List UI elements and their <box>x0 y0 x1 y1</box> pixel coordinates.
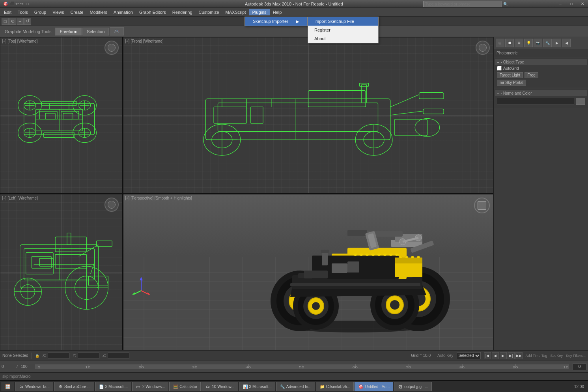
menu-edit[interactable]: Edit <box>1 9 15 15</box>
auto-key-label: Auto Key <box>437 353 454 358</box>
menu-animation[interactable]: Animation <box>110 9 136 15</box>
taskbar-calculator[interactable]: 🧮 Calculator <box>169 382 201 391</box>
x-input[interactable] <box>48 353 69 359</box>
viewport-left[interactable]: [+] [Left] [Wireframe] <box>0 194 122 350</box>
lock-icon: 🔒 <box>35 354 39 358</box>
viewport-top[interactable]: [+] [Top] [Wireframe] <box>0 37 122 193</box>
auto-key-select[interactable]: Selected <box>457 352 481 359</box>
key-filters[interactable]: Key Filters... <box>566 354 586 358</box>
modeling-tab-selection[interactable]: Selection <box>82 28 109 35</box>
search-input[interactable] <box>423 1 502 7</box>
rpanel-icon-6[interactable]: 🔧 <box>543 39 552 47</box>
taskbar-simlab[interactable]: ⚙ SimLabCore ... <box>54 382 94 391</box>
svg-point-130 <box>395 254 399 256</box>
windows-ta-icon: 🗂 <box>19 384 24 389</box>
viewport-top-nav[interactable] <box>105 41 119 55</box>
name-color-section: – - Name and Color <box>494 89 588 108</box>
menu-plugins[interactable]: Plugins <box>249 9 270 15</box>
taskbar-microsoft3b[interactable]: 📊 3 Microsoft... <box>239 382 275 391</box>
menu-graph-editors[interactable]: Graph Editors <box>136 9 169 15</box>
svg-point-149 <box>417 256 420 258</box>
name-input[interactable] <box>497 98 574 105</box>
x-label: X: <box>43 353 46 358</box>
viewport-left-nav[interactable] <box>105 198 119 212</box>
add-time-tag: Add Time Tag <box>526 354 547 358</box>
svg-text:20: 20 <box>138 366 144 369</box>
svg-point-146 <box>399 256 402 258</box>
menu-group[interactable]: Group <box>31 9 50 15</box>
menu-create[interactable]: Create <box>67 9 86 15</box>
svg-text:10: 10 <box>85 366 91 369</box>
z-input[interactable] <box>108 353 129 359</box>
toolbar-btn-4[interactable]: ↺ <box>24 18 31 25</box>
rpanel-icon-4[interactable]: 💡 <box>524 39 533 47</box>
toolbar-btn-3[interactable]: ↔ <box>17 18 24 25</box>
menu-rendering[interactable]: Rendering <box>169 9 196 15</box>
about-item[interactable]: About <box>308 34 378 43</box>
quick-access: ⬛ ↩ ↪ □□ <box>9 2 28 6</box>
rpanel-icon-5[interactable]: 📷 <box>534 39 542 47</box>
rpanel-icon-8[interactable]: ◀ <box>562 39 571 47</box>
sketchup-submenu: Import Sketchup File Register About <box>308 17 379 43</box>
import-sketchup-item[interactable]: Import Sketchup File <box>308 17 378 26</box>
menu-views[interactable]: Views <box>49 9 67 15</box>
svg-rect-152 <box>321 250 329 253</box>
minimize-button[interactable]: – <box>555 0 566 8</box>
last-frame-button[interactable]: ▶▶ <box>515 352 523 359</box>
prev-frame-button[interactable]: ◀ <box>492 352 499 359</box>
grid-info: Grid = 10.0 <box>411 353 431 358</box>
sketchup-importer-menu-item[interactable]: Sketchup Importer ▶ <box>245 17 307 26</box>
taskbar-advanced[interactable]: 🔧 Advanced In... <box>276 382 315 391</box>
mr-sky-portal-button[interactable]: mr Sky Portal <box>497 80 526 86</box>
menu-help[interactable]: Help <box>270 9 285 15</box>
menu-customize[interactable]: Customize <box>196 9 222 15</box>
timeline-end: 100 <box>21 364 33 369</box>
next-frame-button[interactable]: ▶| <box>508 352 515 359</box>
svg-point-117 <box>312 302 320 310</box>
toolbar-btn-2[interactable]: ⊕ <box>9 18 16 25</box>
register-item[interactable]: Register <box>308 26 378 34</box>
color-swatch[interactable] <box>576 98 585 105</box>
window-controls: – □ ✕ <box>555 0 588 8</box>
toolbar-btn-1[interactable]: □ <box>2 18 9 25</box>
menu-maxscript[interactable]: MAXScript <box>222 9 249 15</box>
object-type-section: – - Object Type AutoGrid Target Light Fr… <box>494 58 588 88</box>
menu-tools[interactable]: Tools <box>15 9 31 15</box>
start-button[interactable]: 🪟 <box>2 382 14 391</box>
close-button[interactable]: ✕ <box>577 0 588 8</box>
current-frame-input[interactable] <box>573 363 586 370</box>
search-bar: 🔍 <box>423 0 509 8</box>
autogrid-checkbox[interactable] <box>497 66 502 71</box>
svg-rect-143 <box>304 271 328 278</box>
rpanel-icon-1[interactable]: ⊞ <box>496 39 504 47</box>
taskbar-windows2[interactable]: 🗃 2 Windows... <box>132 382 168 391</box>
window-title: Autodesk 3ds Max 2010 - Not For Resale -… <box>245 2 343 6</box>
taskbar-output-jpg[interactable]: 🖼 output.jpg - ... <box>394 382 432 391</box>
taskbar-simlab-path[interactable]: 📁 C:\simlab\Si... <box>316 382 354 391</box>
viewport-perspective-nav[interactable] <box>474 198 490 213</box>
timeline-start: 0 <box>2 364 13 369</box>
target-light-button[interactable]: Target Light <box>497 72 523 78</box>
modeling-tab-freeform[interactable]: Freeform <box>55 28 82 35</box>
prev-key-button[interactable]: |◀ <box>484 352 491 359</box>
photometric-label: Photometric <box>494 49 588 57</box>
menu-modifiers[interactable]: Modifiers <box>86 9 110 15</box>
rpanel-icon-3[interactable]: ⚙ <box>515 39 523 47</box>
viewport-perspective[interactable]: [+] [Perspective] [Smooth + Highlights] <box>123 194 493 350</box>
output-icon: 🖼 <box>398 384 403 389</box>
taskbar-windows10[interactable]: 🗂 10 Window... <box>202 382 238 391</box>
modeling-bar: Graphite Modeling Tools Freeform Selecti… <box>0 26 588 37</box>
timeline-track[interactable]: 0 10 20 30 40 50 60 70 80 90 100 <box>34 364 569 370</box>
viewport-front[interactable]: [+] [Front] [Wireframe] <box>123 37 493 193</box>
rpanel-icon-7[interactable]: ▶ <box>553 39 561 47</box>
free-button[interactable]: Free <box>525 72 538 78</box>
maximize-button[interactable]: □ <box>566 0 577 8</box>
modeling-tab-extra[interactable]: 🎮 <box>110 27 124 35</box>
taskbar-microsoft3[interactable]: 📄 3 Microsoft... <box>95 382 131 391</box>
viewport-front-nav[interactable] <box>476 41 490 55</box>
play-button[interactable]: ▶ <box>500 352 507 359</box>
y-input[interactable] <box>78 353 99 359</box>
taskbar-untitled[interactable]: 🎯 Untitled - Au... <box>355 382 393 391</box>
rpanel-icon-2[interactable]: 🔲 <box>505 39 514 47</box>
taskbar-windows-ta[interactable]: 🗂 Windows Ta... <box>15 382 53 391</box>
